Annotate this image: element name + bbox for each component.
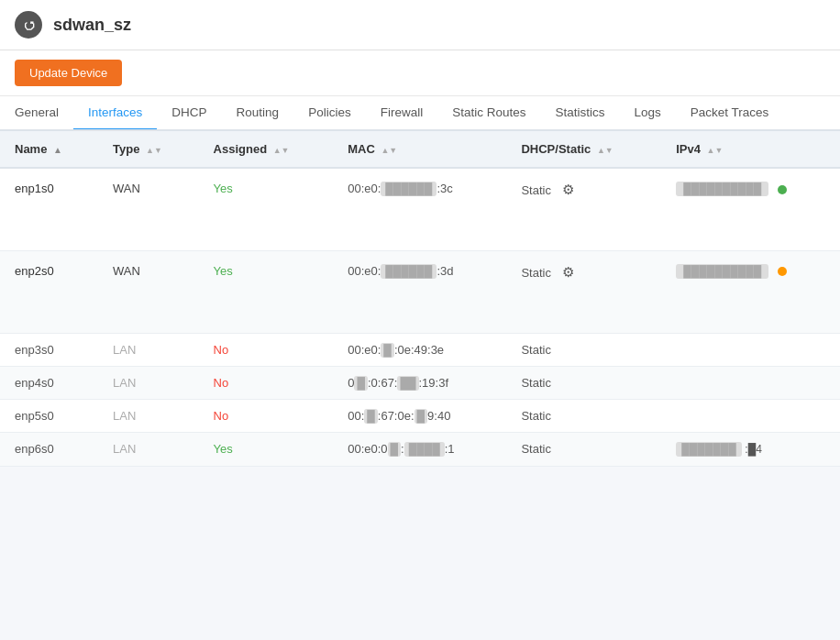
cell-mac: 00:e0:█:0e:49:3e — [333, 333, 506, 366]
cell-type: LAN — [98, 366, 198, 399]
cell-assigned: Yes — [199, 432, 334, 466]
cell-assigned: No — [199, 399, 334, 432]
cell-type: LAN — [98, 399, 198, 432]
cell-type: WAN — [98, 250, 198, 333]
toolbar: Update Device — [0, 50, 840, 96]
cell-name: enp2s0 — [0, 250, 98, 333]
sort-icon-type: ▲▼ — [146, 146, 162, 155]
table-row: enp4s0 LAN No 0█:0:67:██:19:3f Static — [0, 366, 840, 399]
cell-ipv4 — [661, 366, 840, 399]
sort-icon-ipv4: ▲▼ — [707, 146, 724, 155]
col-dhcp-static[interactable]: DHCP/Static ▲▼ — [506, 131, 661, 168]
cell-name: enp5s0 — [0, 399, 98, 432]
gear-icon[interactable]: ⚙ — [562, 264, 574, 281]
tab-general[interactable]: General — [0, 96, 73, 131]
gear-icon[interactable]: ⚙ — [562, 182, 574, 198]
status-dot-orange — [778, 267, 787, 276]
interfaces-table-wrap: Name ▲ Type ▲▼ Assigned ▲▼ MAC ▲▼ — [0, 131, 840, 467]
sort-icon-name: ▲ — [53, 145, 62, 155]
status-dot-green — [778, 185, 787, 194]
sort-icon-dhcp: ▲▼ — [597, 146, 613, 155]
cell-ipv4: ███████ :█4 — [661, 432, 840, 466]
cell-name: enp1s0 — [0, 168, 98, 250]
tab-packet-traces[interactable]: Packet Traces — [676, 96, 784, 131]
tab-static-routes[interactable]: Static Routes — [437, 96, 540, 131]
tab-statistics[interactable]: Statistics — [540, 96, 619, 131]
cell-mac: 0█:0:67:██:19:3f — [333, 366, 506, 399]
cell-ipv4 — [661, 399, 840, 432]
cell-mac: 00:e0:██████:3c — [333, 168, 506, 250]
app-container: ⭯ sdwan_sz Update Device General Interfa… — [0, 0, 840, 467]
cell-assigned: No — [199, 333, 334, 366]
table-row: enp6s0 LAN Yes 00:e0:0█:████:1 Static — [0, 432, 840, 466]
col-mac[interactable]: MAC ▲▼ — [333, 131, 506, 168]
tab-routing[interactable]: Routing — [222, 96, 294, 131]
device-name: sdwan_sz — [53, 16, 131, 35]
cell-dhcp-static: Static — [506, 366, 661, 399]
cell-mac: 00:█:67:0e:█9:40 — [333, 399, 506, 432]
tab-policies[interactable]: Policies — [293, 96, 366, 131]
cell-assigned: No — [199, 366, 334, 399]
cell-dhcp-static: Static — [506, 399, 661, 432]
cell-ipv4: ██████████ — [661, 250, 840, 333]
col-assigned[interactable]: Assigned ▲▼ — [199, 131, 334, 168]
tab-dhcp[interactable]: DHCP — [157, 96, 221, 131]
nav-tabs: General Interfaces DHCP Routing Policies… — [0, 96, 840, 131]
cell-type: WAN — [98, 168, 198, 250]
cell-mac: 00:e0:0█:████:1 — [333, 432, 506, 466]
sort-icon-assigned: ▲▼ — [273, 146, 290, 155]
table-row: enp3s0 LAN No 00:e0:█:0e:49:3e Static — [0, 333, 840, 366]
cell-dhcp-static: Static ⚙ — [506, 250, 661, 333]
col-type[interactable]: Type ▲▼ — [98, 131, 198, 168]
update-device-button[interactable]: Update Device — [15, 60, 122, 86]
cell-ipv4: ██████████ — [661, 168, 840, 250]
interfaces-table: Name ▲ Type ▲▼ Assigned ▲▼ MAC ▲▼ — [0, 131, 840, 467]
tab-firewall[interactable]: Firewall — [366, 96, 438, 131]
cell-dhcp-static: Static — [506, 432, 661, 466]
cell-dhcp-static: Static ⚙ — [506, 168, 661, 250]
table-row: enp1s0 WAN Yes 00:e0:██████:3c Static ⚙ — [0, 168, 840, 250]
cell-assigned: Yes — [199, 250, 334, 333]
cell-type: LAN — [98, 432, 198, 466]
cell-name: enp6s0 — [0, 432, 98, 466]
device-icon: ⭯ — [15, 11, 42, 39]
cell-name: enp4s0 — [0, 366, 98, 399]
sort-icon-mac: ▲▼ — [381, 146, 397, 155]
header: ⭯ sdwan_sz — [0, 0, 840, 50]
cell-ipv4 — [661, 333, 840, 366]
col-ipv4[interactable]: IPv4 ▲▼ — [661, 131, 840, 168]
cell-dhcp-static: Static — [506, 333, 661, 366]
cell-type: LAN — [98, 333, 198, 366]
table-row: enp2s0 WAN Yes 00:e0:██████:3d Static ⚙ — [0, 250, 840, 333]
tab-interfaces[interactable]: Interfaces — [73, 96, 157, 131]
cell-name: enp3s0 — [0, 333, 98, 366]
cell-assigned: Yes — [199, 168, 334, 250]
cell-mac: 00:e0:██████:3d — [333, 250, 506, 333]
table-row: enp5s0 LAN No 00:█:67:0e:█9:40 Static — [0, 399, 840, 432]
col-name[interactable]: Name ▲ — [0, 131, 98, 168]
table-header-row: Name ▲ Type ▲▼ Assigned ▲▼ MAC ▲▼ — [0, 131, 840, 168]
tab-logs[interactable]: Logs — [619, 96, 675, 131]
